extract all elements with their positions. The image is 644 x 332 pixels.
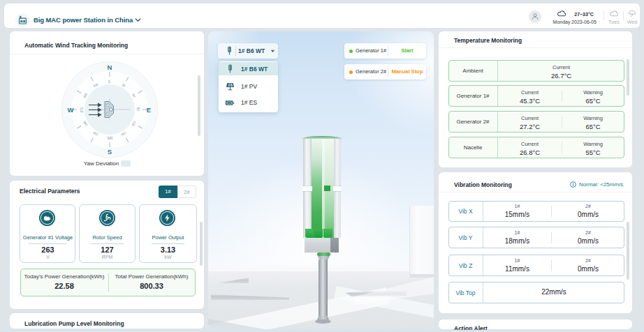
- svg-text:180.: 180.: [107, 136, 113, 139]
- svg-text:270.: 270.: [80, 107, 84, 113]
- svg-text:0.: 0.: [108, 80, 111, 84]
- svg-text:90.: 90.: [136, 107, 140, 112]
- svg-text:S: S: [108, 148, 112, 156]
- svg-text:W: W: [68, 106, 74, 114]
- svg-text:E: E: [147, 106, 151, 114]
- svg-text:N: N: [108, 63, 112, 71]
